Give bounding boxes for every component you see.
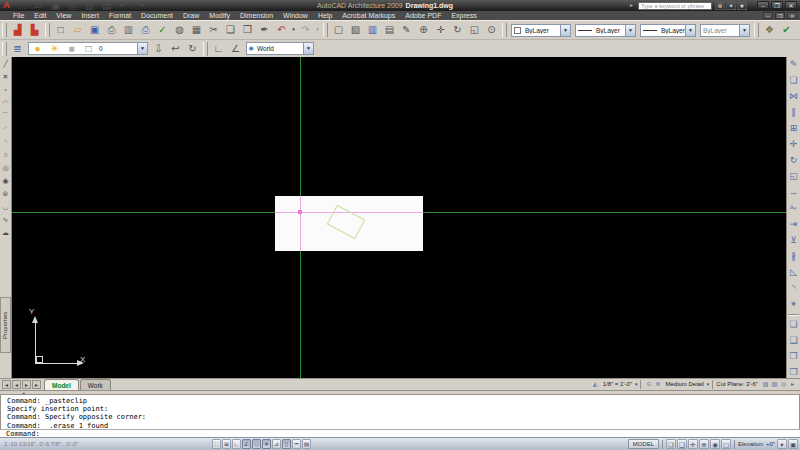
send-to-back-icon[interactable]: ❑ <box>787 333 800 349</box>
extend-icon[interactable]: ⇥ <box>787 217 800 233</box>
tab-model[interactable]: Model <box>44 379 79 390</box>
publish-icon[interactable]: ⎙ <box>137 22 154 38</box>
spell-check-icon[interactable]: ✓ <box>154 22 171 38</box>
toolbar-grip[interactable] <box>45 23 50 37</box>
menu-format[interactable]: Format <box>104 11 136 20</box>
minimize-icon[interactable]: – <box>757 1 769 9</box>
display-manager-icon[interactable]: ✔ <box>778 22 795 38</box>
help-search-input[interactable] <box>638 2 712 10</box>
search-icon[interactable]: ⊕ <box>715 1 725 10</box>
rotate-icon[interactable]: ↻ <box>787 153 800 169</box>
first-tab-icon[interactable]: ◄ <box>2 380 11 389</box>
erase-icon[interactable]: ✎ <box>787 57 800 73</box>
surface-hatch-toggle-icon[interactable]: ▨ <box>761 380 770 389</box>
toolbar-grip[interactable] <box>502 23 507 37</box>
dyn-toggle-icon[interactable]: ▯ <box>282 439 291 449</box>
menu-edit[interactable]: Edit <box>29 11 51 20</box>
orbit-icon[interactable]: ↻ <box>449 22 466 38</box>
cut-icon[interactable]: ✂ <box>205 22 222 38</box>
menu-help[interactable]: Help <box>313 11 337 20</box>
otrack-toggle-icon[interactable]: ∗ <box>262 439 271 449</box>
restore-icon[interactable]: ❐ <box>771 1 783 9</box>
revision-cloud-icon[interactable]: ☁ <box>0 226 11 239</box>
stretch-icon[interactable]: ↔ <box>787 185 800 201</box>
steering-wheel-icon[interactable]: ◉ <box>710 439 720 449</box>
trim-icon[interactable]: ✁ <box>787 201 800 217</box>
break-at-point-icon[interactable]: ⊻ <box>787 233 800 249</box>
display-configuration-dropdown-arrow[interactable]: ▾ <box>707 381 710 387</box>
break-icon[interactable]: ∦ <box>787 249 800 265</box>
doc-close-icon[interactable]: ✕ <box>787 12 797 19</box>
palette-autohide-icon[interactable]: ▫ <box>0 83 11 96</box>
zoom-icon[interactable]: ⊕ <box>699 439 709 449</box>
layer-thaw-sun-icon[interactable]: ☀ <box>46 41 63 57</box>
arc-continue-icon[interactable]: ◝ <box>0 135 11 148</box>
ellipse-icon[interactable]: ⊜ <box>0 187 11 200</box>
linetype-control[interactable]: ByLayer ▼ <box>575 24 636 37</box>
paste-icon[interactable]: ❐ <box>239 22 256 38</box>
isolate-objects-icon[interactable]: ◎ <box>779 380 788 389</box>
menu-dimension[interactable]: Dimension <box>235 11 278 20</box>
menu-acrobat-markups[interactable]: Acrobat Markups <box>337 11 400 20</box>
convert-to-adobe-pdf-icon[interactable]: ▟ <box>9 22 26 38</box>
drawing-status-menu-icon[interactable]: ▸ <box>788 380 797 389</box>
menu-document[interactable]: Document <box>136 11 178 20</box>
batch-pdf-conversion-icon[interactable]: ▙ <box>26 22 43 38</box>
new-icon[interactable]: □ <box>52 22 69 38</box>
model-space-button[interactable]: MODEL <box>628 439 659 449</box>
save-icon[interactable]: ▣ <box>86 22 103 38</box>
menu-file[interactable]: File <box>8 11 29 20</box>
match-properties-icon[interactable]: ✒ <box>256 22 273 38</box>
undo-icon[interactable]: ↶ <box>273 22 290 38</box>
donut-icon[interactable]: ◉ <box>0 174 11 187</box>
menu-express[interactable]: Express <box>446 11 481 20</box>
make-object-layer-current-icon[interactable]: ⇩ <box>150 41 167 57</box>
layer-on-bulb-icon[interactable]: ● <box>29 41 46 57</box>
osnap-toggle-icon[interactable]: ◇ <box>252 439 261 449</box>
previous-tab-icon[interactable]: ◄ <box>12 380 21 389</box>
annotation-visibility-icon[interactable]: ⊙ <box>644 380 653 389</box>
command-prompt-line[interactable]: Command: <box>0 429 800 437</box>
bring-to-front-icon[interactable]: ❏ <box>787 317 800 333</box>
plot-preview-icon[interactable]: ▥ <box>120 22 137 38</box>
lwt-toggle-icon[interactable]: ━ <box>292 439 301 449</box>
last-tab-icon[interactable]: ► <box>32 380 41 389</box>
toolbar-grip[interactable] <box>203 42 208 56</box>
next-tab-icon[interactable]: ► <box>22 380 31 389</box>
find-replace-icon[interactable]: ◍ <box>171 22 188 38</box>
toolbar-grip[interactable] <box>2 23 7 37</box>
pan-icon[interactable]: ✛ <box>688 439 698 449</box>
zoom-window-icon[interactable]: ◱ <box>466 22 483 38</box>
menu-draw[interactable]: Draw <box>178 11 204 20</box>
pan-realtime-icon[interactable]: ✛ <box>432 22 449 38</box>
designcenter-icon[interactable]: ▧ <box>347 22 364 38</box>
layer-color-swatch-icon[interactable]: □ <box>80 41 97 57</box>
menu-insert[interactable]: Insert <box>76 11 104 20</box>
grid-toggle-icon[interactable]: ⊞ <box>222 439 231 449</box>
undo-menu-icon[interactable]: ▾ <box>290 22 297 38</box>
ucs-previous-icon[interactable]: ∠ <box>227 41 244 57</box>
ducs-toggle-icon[interactable]: ⊿ <box>272 439 281 449</box>
tool-palettes-icon[interactable]: ▥ <box>364 22 381 38</box>
properties-palette-icon[interactable]: ▢ <box>330 22 347 38</box>
doc-minimize-icon[interactable]: – <box>763 12 773 19</box>
annotation-autoscale-icon[interactable]: ⊛ <box>653 380 662 389</box>
ellipse-arc-icon[interactable]: ◡ <box>0 200 11 213</box>
show-motion-icon[interactable]: ▢ <box>721 439 731 449</box>
open-icon[interactable]: ▱ <box>69 22 86 38</box>
snap-toggle-icon[interactable]: ∷ <box>212 439 221 449</box>
arc-icon[interactable]: ◠ <box>0 96 11 109</box>
search-expand-icon[interactable]: ▸ <box>630 0 633 11</box>
toolbar-grip[interactable] <box>323 23 328 37</box>
copy-icon[interactable]: ❏ <box>787 73 800 89</box>
chamfer-icon[interactable]: ◺ <box>787 265 800 281</box>
drawing-area[interactable]: Y X <box>12 57 786 378</box>
mirror-icon[interactable]: ⋈ <box>787 89 800 105</box>
circle-icon[interactable]: ○ <box>0 148 11 161</box>
quick-view-layouts-icon[interactable]: ❑ <box>677 439 687 449</box>
annotation-scale-dropdown-arrow[interactable]: ▾ <box>635 381 638 387</box>
status-tray-menu-icon[interactable]: ▾ <box>777 439 787 449</box>
cut-plane-value[interactable]: Cut Plane: 3'-6" <box>716 381 758 387</box>
menu-window[interactable]: Window <box>278 11 313 20</box>
menu-adobe-pdf[interactable]: Adobe PDF <box>400 11 446 20</box>
